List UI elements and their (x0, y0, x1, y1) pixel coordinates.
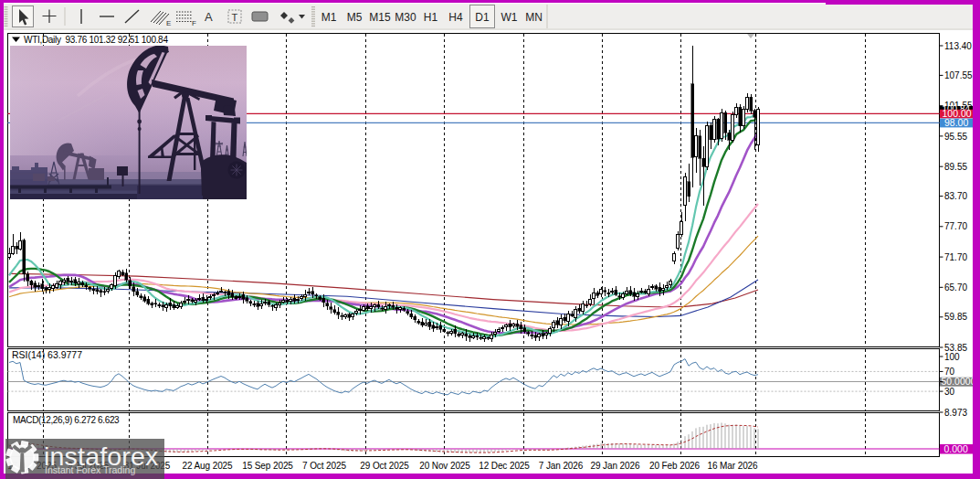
svg-text:8.973: 8.973 (944, 408, 967, 418)
svg-text:15 Sep 2025: 15 Sep 2025 (242, 461, 293, 471)
svg-text:98.00: 98.00 (944, 117, 968, 128)
svg-text:30: 30 (944, 387, 955, 397)
svg-text:A: A (205, 10, 213, 24)
svg-text:M30: M30 (395, 11, 416, 24)
svg-text:20 Nov 2025: 20 Nov 2025 (419, 461, 470, 471)
svg-text:E: E (166, 19, 171, 27)
svg-text:107.55: 107.55 (944, 70, 973, 80)
svg-text:12 Dec 2025: 12 Dec 2025 (479, 461, 530, 471)
svg-text:89.55: 89.55 (944, 162, 967, 172)
svg-text:113.40: 113.40 (944, 41, 972, 51)
svg-text:95.55: 95.55 (944, 132, 967, 142)
svg-text:0.000: 0.000 (944, 443, 968, 454)
svg-text:M1: M1 (321, 11, 337, 24)
svg-text:50.0000: 50.0000 (942, 376, 976, 387)
svg-text:83.70: 83.70 (944, 191, 967, 201)
svg-text:T: T (232, 12, 238, 23)
svg-text:M5: M5 (347, 11, 363, 24)
svg-text:71.70: 71.70 (944, 252, 967, 262)
svg-text:W1: W1 (501, 11, 518, 24)
svg-text:77.70: 77.70 (944, 221, 967, 231)
svg-text:16 Mar 2026: 16 Mar 2026 (707, 461, 758, 471)
svg-text:H4: H4 (448, 11, 463, 24)
svg-text:100: 100 (944, 352, 960, 362)
svg-text:MACD(12,26,9) 6.272 6.623: MACD(12,26,9) 6.272 6.623 (13, 415, 120, 425)
svg-text:D1: D1 (475, 11, 490, 24)
svg-text:29 Oct 2025: 29 Oct 2025 (360, 461, 409, 471)
svg-text:7 Oct 2025: 7 Oct 2025 (302, 461, 346, 471)
svg-text:20 Feb 2026: 20 Feb 2026 (649, 461, 701, 471)
svg-text:H1: H1 (424, 11, 438, 24)
svg-text:WTI,Daily 93.76 101.32 92.51: WTI,Daily 93.76 101.32 92.51 100.84 (24, 35, 168, 45)
svg-text:M15: M15 (369, 11, 391, 24)
svg-text:29 Jan 2026: 29 Jan 2026 (591, 461, 640, 471)
svg-text:65.70: 65.70 (944, 282, 967, 293)
svg-text:MN: MN (525, 11, 543, 24)
svg-text:59.85: 59.85 (944, 312, 967, 322)
svg-text:7 Jan 2026: 7 Jan 2026 (539, 461, 584, 471)
svg-text:F: F (192, 19, 196, 27)
svg-text:22 Aug 2025: 22 Aug 2025 (182, 461, 233, 471)
svg-text:Instant Forex Trading: Instant Forex Trading (45, 464, 135, 475)
svg-text:RSI(14) 63.9777: RSI(14) 63.9777 (12, 349, 82, 360)
